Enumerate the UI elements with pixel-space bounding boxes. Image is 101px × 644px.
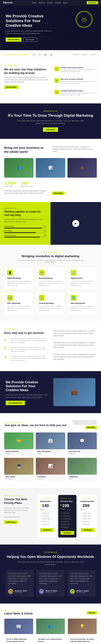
project-info-6: Collaboration Digital	[67, 475, 97, 481]
why-item-1: 🏆 Certified Professional & Expert Lorem …	[53, 65, 97, 74]
service-digital-product-text: Lorem ipsum dolor sit amet, consectetur …	[71, 280, 94, 286]
pricing-heading: Choose The Best Pricing Plans	[4, 498, 34, 505]
why-item-3-text: Lorem ipsum dolor sit amet, consectetur …	[61, 92, 95, 96]
why-icon-3: 🏆	[54, 90, 59, 94]
digital-description: Lorem ipsum dolor sit amet, consectetur …	[16, 260, 85, 263]
why-discover-button[interactable]: Discover More	[4, 86, 18, 89]
project-card-2[interactable]: 👔 Office Team Meeting Strategy	[36, 432, 65, 456]
pricing-premium-cta[interactable]: Get Started	[60, 531, 74, 535]
steps-tag: Our Process	[4, 328, 48, 330]
project-card-1[interactable]: 🤝 Business Marketing Marketing	[4, 432, 34, 456]
progress-digital-label: Digital Marketing	[4, 226, 15, 227]
project-image-6: 🌿	[67, 458, 97, 475]
step-number-1: 1	[4, 338, 9, 342]
progress-web-bar	[4, 232, 46, 233]
progress-digital-bar	[4, 228, 46, 228]
logo[interactable]: Dijimindz	[3, 2, 13, 4]
blog-all-posts-button[interactable]: All Posts	[87, 611, 97, 614]
progress-web-fill	[4, 232, 36, 233]
pricing-startup-cta[interactable]: Get Started	[40, 528, 54, 532]
testimonial-card-1: Lorem ipsum dolor sit amet, consectetur …	[6, 570, 34, 596]
service-branding-icon: 🎨	[39, 270, 45, 276]
blog-card-3[interactable]: 💡 Technology Transforming Brands: the Im…	[68, 618, 97, 644]
service-digital-marketing-icon: 📱	[7, 270, 13, 276]
cta-button[interactable]: Free Appointment	[6, 401, 25, 405]
blog-header-left: Latest News & Article Latest News & Arti…	[4, 610, 33, 615]
author-title-3: Business Owner	[76, 592, 89, 593]
project-card-4[interactable]: 🖥️ Work Together Collaboration	[4, 458, 34, 481]
bring-text: Innovation needs to be part of your cult…	[53, 146, 97, 154]
cta-description: Lorem ipsum dolor sit amet, consectetur …	[6, 394, 48, 398]
nav-projects[interactable]: Projects	[55, 2, 61, 4]
progress-digital: Digital Marketing 90%	[4, 226, 46, 228]
author-avatar-3: 👨	[70, 589, 75, 594]
pricing-description: Lorem ipsum dolor sit amet, consectetur …	[4, 507, 34, 514]
pricing-enterprise-features: Feature One Feature Two Feature Three Fe…	[81, 512, 94, 526]
pricing-premium-currency: $	[60, 504, 62, 506]
projects-tag: Best Recent Projects	[4, 422, 66, 424]
stat-clients: 2,765+ Happy Clients	[4, 181, 16, 187]
service-digital-product: 💎 Digital Product Lorem ipsum dolor sit …	[68, 267, 97, 289]
pricing-enterprise-cta[interactable]: Get Started	[81, 528, 94, 532]
bring-image-2-placeholder: 📊	[36, 158, 65, 178]
stat-projects-label: Projects Completed	[21, 186, 33, 187]
pricing-call-button[interactable]: Call For Sales	[4, 520, 17, 524]
digital-heading: Bringing revolution in digital marketing	[4, 254, 97, 258]
project-card-6[interactable]: 🌿 Collaboration Digital	[67, 458, 97, 481]
progress-web: Web Design 75%	[4, 230, 46, 233]
hero-discover-button[interactable]: Discover More	[6, 38, 21, 42]
nav-cta-button[interactable]: Contact Us	[87, 1, 98, 4]
nav-home[interactable]: Home	[32, 2, 36, 4]
hero-circle: Digital Marketing Agency	[76, 11, 92, 28]
why-item-2-text: Lorem ipsum dolor sit amet, consectetur …	[61, 80, 95, 84]
fb-icon: f	[32, 53, 36, 56]
play-video-button[interactable]: ▶	[72, 220, 79, 227]
author-name-2: Arthur R. Swann	[45, 590, 57, 592]
projects-show-more-button[interactable]: Show More	[85, 426, 97, 429]
trust-customers: Join our 35,000+ happy customers	[4, 54, 30, 56]
pricing-enterprise-feature-1: Feature One	[81, 512, 94, 515]
blog-header: Latest News & Article Latest News & Arti…	[4, 610, 97, 615]
author-title-1: CEO, Agency	[15, 592, 27, 593]
step-content-1: Lorem ipsum dolor sit amet, consectetur …	[11, 338, 48, 344]
why-item-1-content: Certified Professional & Expert Lorem ip…	[61, 67, 95, 73]
projects-header-left: Best Recent Projects Just give us ideas,…	[4, 422, 66, 427]
bring-heading: Bring out your business to the whole wor…	[4, 146, 48, 154]
digital-section: Our Services Bringing revolution in digi…	[0, 245, 101, 321]
pricing-startup-feature-4: Feature Four	[40, 520, 54, 523]
pricing-layout: Best Pricing Plans Choose The Best Prici…	[4, 495, 97, 538]
project-card-5[interactable]: 📊 Presentation Marketing	[36, 458, 65, 481]
hero-title: We Provide Creative Solutions For Your C…	[6, 14, 55, 28]
author-name-1: Jessica G. Smith	[15, 590, 27, 592]
service-ppc-icon: 📢	[7, 295, 13, 301]
service-digital-product-icon: 💎	[71, 270, 76, 276]
bring-top: Bring out your business to the whole wor…	[4, 146, 97, 154]
stat-projects: 700+ Projects Completed	[21, 181, 33, 187]
why-icon-2: ✓	[54, 78, 59, 83]
project-card-3[interactable]: 💬 Team Discussion Teamwork	[67, 432, 97, 456]
steps-left: Our Process Easy step way to get service…	[4, 328, 48, 364]
step-content-3: Lorem ipsum dolor sit amet, consectetur …	[11, 355, 48, 361]
blog-content-3: Technology Transforming Brands: the Impa…	[68, 634, 97, 644]
why-tag: Why Choose Us	[4, 65, 48, 66]
cta-left: We Provide Creative Solutions For Your C…	[6, 380, 48, 404]
marketing-heading: Working together to create the next big …	[4, 210, 46, 217]
service-branding-title: Branding Identity	[39, 277, 62, 279]
author-info-1: Jessica G. Smith CEO, Agency	[15, 590, 27, 593]
hero-services-button[interactable]: Our Services	[23, 38, 37, 42]
bring-more-button[interactable]: More Details	[52, 192, 65, 195]
marketing-right: ▶	[51, 202, 101, 245]
steps-section: Our Process Easy step way to get service…	[0, 321, 101, 371]
project-image-5: 📊	[36, 458, 65, 475]
steps-heading: Easy step way to get services	[4, 331, 48, 335]
grow-get-started-button[interactable]: Get Started	[43, 127, 58, 132]
blog-card-1[interactable]: 📰 Digital Marketing The Art of Digital M…	[4, 618, 33, 644]
nav-services[interactable]: Services	[47, 2, 53, 4]
service-ppc-text: Lorem ipsum dolor sit amet, consectetur …	[7, 306, 30, 312]
nav-about[interactable]: About Us	[38, 2, 45, 4]
nav-pages[interactable]: Pages	[63, 2, 67, 4]
service-content: ✍️ Content Marketing Lorem ipsum dolor s…	[36, 292, 65, 314]
blog-card-2[interactable]: 👥 Strategy Strategies from Leading Indus…	[36, 618, 65, 644]
projects-description: Lorem ipsum dolor sit amet, consectetur …	[69, 420, 97, 425]
author-avatar-2: 👨	[39, 589, 44, 594]
